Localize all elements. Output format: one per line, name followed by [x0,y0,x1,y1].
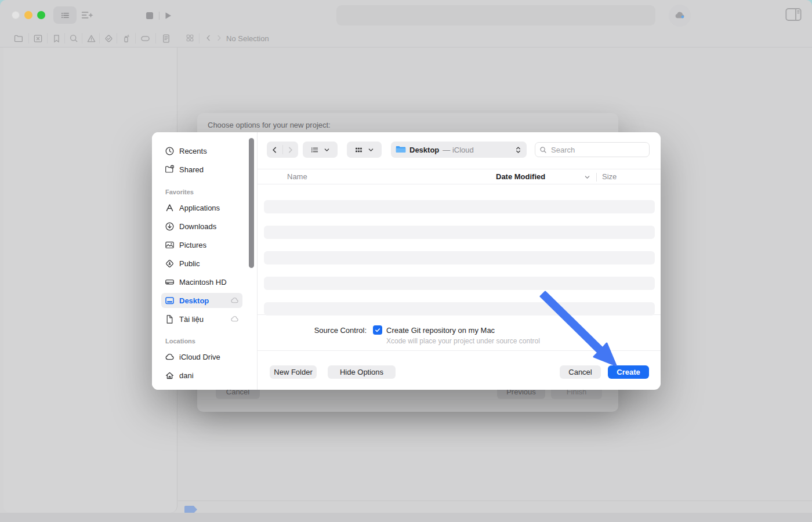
checkmark-icon [374,327,381,334]
sidebar-item-icloud-drive[interactable]: iCloud Drive [161,349,242,364]
traffic-zoom-button[interactable] [37,11,45,19]
sidebar-item-dani[interactable]: dani [161,368,242,383]
chevron-down-icon [368,147,374,153]
sidebar-section-locations: Locations [165,337,257,345]
group-view-button[interactable] [347,142,382,158]
inspector-toggle-button[interactable] [785,8,802,21]
stop-button[interactable] [145,11,154,20]
public-icon [164,259,175,269]
editor-divider [178,501,812,501]
sidebar-item-label: Applications [179,204,220,212]
list-view-icon [310,146,319,154]
column-header-name[interactable]: Name [287,172,307,181]
grid-view-icon [354,146,363,154]
source-control-help-text: Xcode will place your project under sour… [386,337,540,345]
sheet-title: Choose options for your new project: [208,121,331,129]
folder-icon [396,146,406,154]
list-icon [60,10,70,20]
cloud-sync-button[interactable] [669,5,691,27]
search-input[interactable] [550,145,637,155]
forward-button[interactable] [283,142,299,158]
issue-navigator-icon[interactable] [86,34,96,44]
breakpoint-navigator-icon[interactable] [140,34,150,44]
column-header-size[interactable]: Size [602,172,617,181]
hide-options-button[interactable]: Hide Options [328,365,396,379]
sidebar-item-public[interactable]: Public [161,256,242,271]
traffic-close-button[interactable] [12,11,20,19]
empty-row-placeholder [264,200,655,213]
sidebar-item-tai-lieu[interactable]: Tài liệu [161,311,242,327]
pictures-icon [164,240,175,250]
tab-overview-icon[interactable] [186,34,194,42]
cloud-status-icon [230,296,239,305]
cloud-status-icon [230,315,239,324]
forward-icon[interactable] [215,34,223,42]
path-popup-value: Desktop [409,146,439,154]
sidebar-item-label: Shared [179,165,204,174]
sidebar-item-label: iCloud Drive [179,353,220,361]
list-view-button[interactable] [303,142,338,158]
shared-folder-icon [164,165,175,175]
sidebar-item-desktop[interactable]: Desktop [161,293,242,308]
project-navigator-icon[interactable] [14,34,24,44]
sidebar-item-label: Pictures [179,241,206,249]
home-icon [164,371,175,380]
git-repository-checkbox[interactable] [373,325,382,335]
toolbar-divider [159,12,160,20]
icloud-icon [164,352,175,362]
sidebar-item-downloads[interactable]: Downloads [161,219,242,234]
sidebar-item-applications[interactable]: Applications [161,200,242,215]
git-repository-checkbox-label[interactable]: Create Git repository on my Mac [386,326,495,335]
sidebar-item-label: Recents [179,147,207,155]
traffic-minimize-button[interactable] [24,11,32,19]
back-button[interactable] [267,142,282,158]
cloud-icon [674,10,686,21]
empty-row-placeholder [264,251,655,264]
screen: No Selection Choose options for your new… [0,0,812,522]
test-navigator-icon[interactable] [104,34,114,44]
debug-navigator-icon[interactable] [121,34,131,44]
hard-drive-icon [164,277,175,287]
sidebar-item-label: Tài liệu [179,315,204,324]
activity-view [336,5,655,26]
sidebar-item-label: Desktop [179,296,209,305]
debug-bar [0,513,812,522]
sidebar-item-label: Macintosh HD [179,278,227,287]
search-field [535,142,650,157]
sidebar-item-pictures[interactable]: Pictures [161,237,242,252]
clock-icon [164,146,175,156]
navigator-toggle-button[interactable] [53,6,77,24]
chevron-down-icon [324,147,330,153]
play-button[interactable] [164,11,173,20]
new-folder-button[interactable]: New Folder [270,365,317,379]
sidebar-section-favorites: Favorites [165,188,257,196]
chevron-up-down-icon [514,146,522,154]
sidebar-item-label: Public [179,259,200,268]
compose-icon[interactable] [80,8,94,22]
column-header-date-modified[interactable]: Date Modified [496,172,545,181]
path-popup[interactable]: Desktop — iCloud [391,142,527,158]
desktop-icon [164,296,175,306]
back-icon[interactable] [204,34,213,42]
annotation-arrow [536,287,624,374]
symbols-navigator-icon[interactable] [33,34,43,44]
breadcrumb: No Selection [226,34,269,43]
bookmark-navigator-icon[interactable] [52,34,61,44]
sidebar-item-shared[interactable]: Shared [161,162,242,177]
nav-segment [267,142,298,158]
report-navigator-icon[interactable] [161,34,171,44]
search-icon [539,146,547,154]
path-popup-suffix: — iCloud [443,146,473,154]
sidebar-scrollbar[interactable] [249,138,254,268]
document-icon [164,314,175,324]
sidebar-item-label: Downloads [179,222,216,231]
empty-row-placeholder [264,226,655,239]
applications-icon [164,203,175,213]
find-navigator-icon[interactable] [69,34,79,44]
sort-chevron-icon [584,174,590,180]
sidebar-item-label: dani [179,371,194,380]
source-control-label: Source Control: [258,326,367,335]
sidebar-item-recents[interactable]: Recents [161,143,242,158]
sidebar-item-macintosh-hd[interactable]: Macintosh HD [161,274,242,289]
downloads-icon [164,222,175,231]
